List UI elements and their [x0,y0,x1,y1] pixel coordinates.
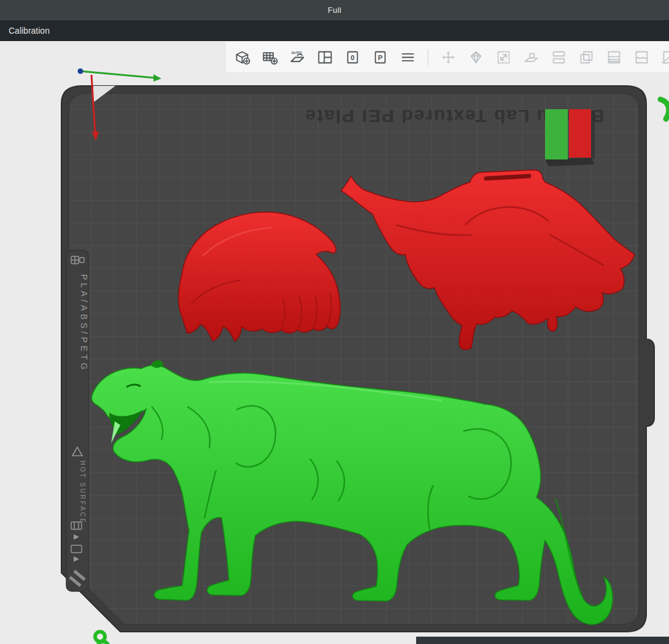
arrange-icon[interactable] [315,47,335,67]
auto-orient-icon[interactable]: AUTO [287,47,307,67]
filament-swatch-green [545,109,568,159]
scene-canvas[interactable]: Bambu Lab Textured PEI Plate PLA/ABS/PET… [0,41,669,644]
object-toolbar: AUTO 0 P [226,42,669,72]
tab-calibration[interactable]: Calibration [7,23,51,38]
svg-text:0: 0 [350,54,354,61]
plate-warning-label: HOT SURFACE [79,461,86,524]
svg-text:P: P [378,54,383,61]
split-to-objects-icon[interactable] [549,47,569,67]
plate-params-icon[interactable]: P [370,47,390,67]
offscreen-green-marker [660,99,669,119]
move-icon[interactable] [438,47,458,67]
viewport-3d[interactable]: Bambu Lab Textured PEI Plate PLA/ABS/PET… [0,41,669,644]
lay-on-face-icon[interactable] [521,47,541,67]
rotate-icon[interactable] [466,47,486,67]
window-title-bar: Full [0,0,669,20]
origin-dot [78,69,83,74]
variable-layer-height-icon[interactable] [604,47,624,67]
paint-icon[interactable] [632,47,652,67]
add-plate-icon[interactable] [260,47,280,67]
plate-zero-icon[interactable]: 0 [342,47,363,67]
object-list-icon[interactable] [398,47,418,67]
plate-material-label: PLA/ABS/PETG [79,274,89,372]
toolbar-separator [428,49,428,65]
split-to-parts-icon[interactable] [576,47,597,67]
add-primitive-icon[interactable] [232,47,252,67]
window-title: Full [328,6,341,15]
cut-icon[interactable] [659,47,669,67]
scale-icon[interactable] [493,47,514,67]
tab-bar: Calibration [0,20,669,41]
model-green-partial[interactable] [95,632,109,644]
filament-swatch-red [569,109,591,158]
bottom-toolbar-fragment [416,637,669,644]
plate-side-rail: PLA/ABS/PETG HOT SURFACE [66,250,89,591]
